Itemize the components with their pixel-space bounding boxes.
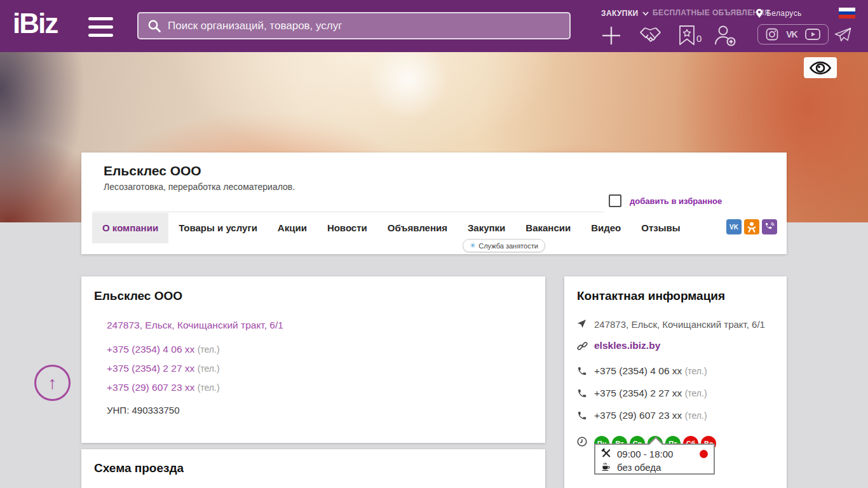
- chevron-down-icon: [642, 11, 649, 16]
- company-header-card: Ельсклес ООО Лесозаготовка, переработка …: [81, 152, 787, 254]
- back-to-top-button[interactable]: ↑: [34, 365, 71, 401]
- contact-info-card: Контактная информация 247873, Ельск, Коч…: [564, 276, 787, 488]
- phone-number: +375 (29) 607 23 xx: [594, 410, 682, 421]
- phone-type-label: (тел.): [685, 366, 707, 376]
- search-input[interactable]: [168, 20, 560, 32]
- company-address-link[interactable]: 247873, Ельск, Кочищанский тракт, 6/1: [107, 320, 532, 331]
- phone-type-label: (тел.): [685, 388, 707, 398]
- clock-icon: [577, 436, 594, 449]
- main-header: iBiz ЗАКУПКИ БЕСПЛАТНЫЕ ОБЪЯВЛЕНИЯ Белар…: [0, 0, 868, 52]
- phone-icon: [577, 365, 594, 379]
- handshake-icon[interactable]: [639, 24, 662, 48]
- hamburger-menu-icon[interactable]: [88, 17, 113, 37]
- work-hours: 09:00 - 18:00: [617, 449, 673, 459]
- about-card-title: Ельсклес ООО: [94, 289, 532, 303]
- phone-icon: [577, 388, 594, 401]
- tab-products[interactable]: Товары и услуги: [168, 213, 268, 243]
- region-selector[interactable]: Беларусь: [756, 8, 802, 18]
- about-phone-list: +375 (2354) 4 06 xx (тел.)+375 (2354) 2 …: [94, 344, 532, 393]
- youtube-icon[interactable]: [805, 29, 820, 40]
- tab-news[interactable]: Новости: [317, 213, 377, 243]
- status-dot: [700, 450, 708, 458]
- phone-type-label: (тел.): [685, 410, 707, 421]
- coffee-cup-icon: [601, 461, 611, 473]
- phone-number: +375 (2354) 4 06 xx: [594, 365, 682, 376]
- viber-share-icon[interactable]: [762, 219, 777, 234]
- login-person-icon[interactable]: [713, 24, 736, 50]
- company-website-link[interactable]: elskles.ibiz.by: [594, 340, 660, 351]
- employment-service-badge[interactable]: ✳ Служба занятости: [463, 239, 545, 252]
- company-tabs: О компанииТовары и услугиАкцииНовостиОбъ…: [92, 213, 691, 243]
- nav-purchases[interactable]: ЗАКУПКИ: [601, 8, 649, 18]
- company-subtitle: Лесозаготовка, переработка лесоматериало…: [104, 182, 295, 192]
- company-title: Ельсклес ООО: [104, 163, 201, 179]
- add-to-favorites[interactable]: добавить в избранное: [609, 194, 722, 207]
- schedule-tooltip: 09:00 - 18:00 без обеда: [594, 444, 715, 475]
- map-card-title: Схема проезда: [94, 461, 532, 475]
- instagram-icon[interactable]: [766, 28, 778, 41]
- tab-reviews[interactable]: Отзывы: [631, 213, 690, 243]
- phone-number: +375 (2354) 2 27 xx: [594, 388, 682, 398]
- header-social-links: VK: [757, 24, 829, 44]
- about-company-card: Ельсклес ООО 247873, Ельск, Кочищанский …: [81, 276, 545, 443]
- search-icon: [147, 19, 161, 33]
- flag-russia-icon[interactable]: [839, 8, 855, 18]
- telegram-icon[interactable]: [834, 27, 851, 45]
- map-card: Схема проезда: [81, 449, 545, 488]
- divider: [92, 212, 604, 212]
- work-tools-icon: [601, 448, 611, 460]
- phone-row: +375 (29) 607 23 xx (тел.): [107, 382, 532, 393]
- phone-link[interactable]: +375 (29) 607 23 xx: [107, 382, 194, 393]
- phone-type-label: (тел.): [198, 383, 220, 393]
- search-bar: [137, 12, 571, 39]
- contact-card-title: Контактная информация: [577, 289, 774, 303]
- vk-icon[interactable]: VK: [786, 29, 797, 39]
- vk-share-icon[interactable]: VK: [726, 219, 742, 234]
- tab-about[interactable]: О компании: [92, 213, 168, 243]
- sparkle-icon: ✳: [470, 241, 475, 250]
- phone-icon: [577, 410, 594, 423]
- favorite-checkbox[interactable]: [609, 194, 621, 207]
- phone-row: +375 (29) 607 23 xx (тел.): [577, 410, 774, 423]
- add-company-button[interactable]: [601, 25, 621, 48]
- eye-icon: [810, 61, 831, 75]
- phone-row: +375 (2354) 2 27 xx (тел.): [107, 363, 532, 374]
- phone-row: +375 (2354) 4 06 xx (тел.): [107, 344, 532, 355]
- phone-type-label: (тел.): [198, 344, 220, 355]
- lunch-info: без обеда: [617, 462, 661, 473]
- phone-link[interactable]: +375 (2354) 2 27 xx: [107, 363, 194, 374]
- contact-address: 247873, Ельск, Кочищанский тракт, 6/1: [594, 318, 765, 330]
- tab-video[interactable]: Видео: [581, 213, 631, 243]
- link-icon: [577, 340, 594, 354]
- arrow-up-icon: ↑: [48, 373, 57, 393]
- phone-link[interactable]: +375 (2354) 4 06 xx: [107, 344, 194, 355]
- location-pin-icon: [756, 8, 763, 18]
- phone-row: +375 (2354) 2 27 xx (тел.): [577, 388, 774, 401]
- odnoklassniki-share-icon[interactable]: [744, 219, 759, 234]
- phone-type-label: (тел.): [198, 363, 220, 374]
- favorite-label: добавить в избранное: [630, 196, 722, 206]
- accessibility-eye-button[interactable]: [804, 57, 837, 78]
- nav-free-ads[interactable]: БЕСПЛАТНЫЕ ОБЪЯВЛЕНИЯ: [653, 8, 770, 18]
- tab-ads[interactable]: Объявления: [377, 213, 458, 243]
- company-unp: УНП: 490333750: [107, 405, 532, 416]
- ibiz-logo[interactable]: iBiz: [13, 8, 57, 39]
- tab-promos[interactable]: Акции: [268, 213, 317, 243]
- contact-phone-list: +375 (2354) 4 06 xx (тел.)+375 (2354) 2 …: [577, 365, 774, 423]
- phone-row: +375 (2354) 4 06 xx (тел.): [577, 365, 774, 379]
- favorites-count: 0: [696, 33, 702, 44]
- navigation-arrow-icon: [577, 318, 594, 331]
- favorites-bookmark-icon[interactable]: [679, 25, 695, 48]
